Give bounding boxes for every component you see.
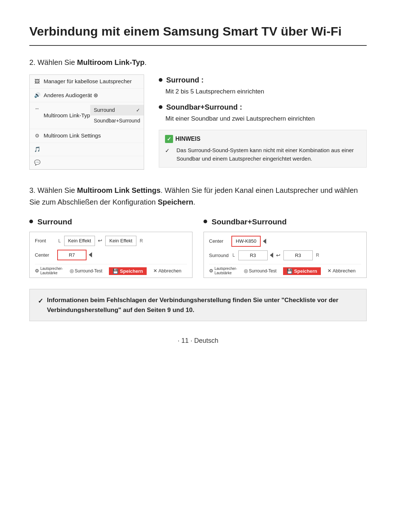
sb-center-tri [263, 239, 266, 244]
sb-center-row: Center HW-K850 [209, 236, 361, 247]
sb-speaker-icon: ⚙ [209, 267, 213, 275]
speaker-icon: ⚙ [35, 267, 39, 275]
audio-icon: 🔊 [33, 91, 41, 99]
hinweis-box: ✓ HINWEIS ✓ Das Surround-Sound-System ka… [159, 130, 367, 168]
sb-arrow: ↩ [276, 252, 280, 259]
cancel-tool[interactable]: ✕ Abbrechen [153, 267, 182, 275]
hinweis-title: ✓ HINWEIS [165, 135, 360, 143]
menu-row-music: 🎵 [30, 143, 144, 156]
surround-panel-title: Surround [29, 216, 192, 228]
menu-row-audio: 🔊 Anderes Audiogerät ⊛ [30, 89, 144, 103]
cancel-label: Abbrechen [158, 267, 182, 275]
save-icon: 💾 [113, 268, 118, 274]
sb-speaker-label: Lautsprecher-Lautstärke [214, 267, 237, 275]
sb-test-icon: ◎ [244, 267, 248, 275]
front-left-box[interactable]: Kein Effekt [64, 236, 95, 246]
sb-speaker-tool[interactable]: ⚙ Lautsprecher-Lautstärke [209, 267, 237, 275]
bottom-note: ✓ Informationen beim Fehlschlagen der Ve… [29, 289, 367, 321]
speaker-tool[interactable]: ⚙ Lautsprecher-Lautstärke [35, 267, 63, 275]
submenu-surround[interactable]: Surround ✓ [90, 105, 144, 115]
option-soundbar: Soundbar+Surround : Mit einer Soundbar u… [159, 102, 367, 124]
sb-surround-label: Surround [209, 252, 229, 259]
submenu-soundbar-label: Soundbar+Surround [94, 117, 140, 125]
surround-dot [159, 78, 162, 82]
test-label: Surround-Test [75, 268, 102, 274]
manager-icon: 🖼 [33, 78, 41, 85]
step3-panels: Surround Front L Kein Effekt ↩ Kein Effe… [29, 216, 367, 278]
submenu-surround-label: Surround [94, 106, 115, 114]
surround-desc: Mit 2 bis 5 Lautsprechern einrichten [165, 87, 367, 96]
menu-row-linktyp[interactable]: ↔ Multiroom Link-Typ Surround ✓ Soundbar… [30, 102, 144, 129]
sb-surround-l: L [232, 252, 235, 258]
soundbar-title: Soundbar+Surround : [159, 102, 367, 113]
center-row: Center R7 [35, 250, 187, 261]
front-l: L [58, 238, 61, 244]
music-icon: 🎵 [33, 146, 41, 153]
sb-surround-right-box[interactable]: R3 [283, 250, 313, 261]
menu-row-settings[interactable]: ⚙ Multiroom Link Settings [30, 129, 144, 143]
surround-panel-dot [29, 220, 33, 223]
sb-cancel-tool[interactable]: ✕ Abbrechen [327, 267, 356, 275]
sb-test-label: Surround-Test [249, 268, 276, 274]
page-number: · 11 · Deutsch [177, 337, 218, 344]
step2-right: Surround : Mit 2 bis 5 Lautsprechern ein… [159, 74, 367, 170]
center-label: Center [35, 252, 55, 259]
surround-check: ✓ [136, 107, 140, 114]
sb-save-label: Speichern [294, 268, 317, 274]
chat-icon: 💬 [33, 159, 41, 166]
panel-surround: Surround Front L Kein Effekt ↩ Kein Effe… [29, 216, 192, 278]
test-icon: ◎ [70, 267, 74, 275]
sb-surround-r: R [316, 252, 319, 258]
front-right-box[interactable]: Kein Effekt [105, 236, 136, 246]
sb-surround-row: Surround L R3 ↩ R3 R [209, 250, 361, 261]
hinweis-content: ✓ Das Surround-Sound-System kann nicht m… [165, 146, 360, 163]
manager-label: Manager für kabellose Lautsprecher [44, 77, 140, 86]
sb-surround-left-box[interactable]: R3 [238, 250, 268, 261]
submenu-soundbar[interactable]: Soundbar+Surround [90, 115, 144, 126]
linktyp-icon: ↔ [33, 105, 41, 113]
save-button[interactable]: 💾 Speichern [109, 267, 147, 275]
menu-row-manager: 🖼 Manager für kabellose Lautsprecher [30, 75, 144, 89]
settings-label: Multiroom Link Settings [44, 132, 140, 140]
center-box[interactable]: R7 [57, 250, 87, 261]
hinweis-text: Das Surround-Sound-System kann nicht mit… [176, 146, 360, 163]
sb-center-box[interactable]: HW-K850 [231, 236, 261, 247]
test-tool[interactable]: ◎ Surround-Test [70, 267, 102, 275]
sb-save-icon: 💾 [287, 268, 293, 274]
menu-row-chat: 💬 [30, 156, 144, 169]
front-label: Front [35, 237, 55, 245]
cancel-x: ✕ [153, 267, 157, 275]
hinweis-check: ✓ [165, 147, 170, 155]
settings-icon: ⚙ [33, 132, 41, 140]
sb-test-tool[interactable]: ◎ Surround-Test [244, 267, 276, 275]
step3-intro: 3. Wählen Sie Multiroom Link Settings. W… [29, 184, 367, 208]
linktyp-label: Multiroom Link-Typ [44, 111, 90, 120]
front-row: Front L Kein Effekt ↩ Kein Effekt R [35, 236, 187, 246]
save-label: Speichern [120, 268, 143, 274]
sb-tri-left [270, 253, 273, 258]
soundbar-dot [159, 105, 162, 109]
step2-content: 🖼 Manager für kabellose Lautsprecher 🔊 A… [29, 74, 367, 170]
sb-cancel-x: ✕ [327, 267, 331, 275]
soundbar-panel-title: Soundbar+Surround [203, 216, 367, 228]
menu-panel: 🖼 Manager für kabellose Lautsprecher 🔊 A… [29, 74, 144, 170]
sb-cancel-label: Abbrechen [333, 267, 356, 275]
speaker-label: Lautsprecher-Lautstärke [40, 267, 63, 275]
linktyp-submenu: Surround ✓ Soundbar+Surround [90, 105, 144, 126]
page-footer: · 11 · Deutsch [29, 336, 367, 346]
option-surround: Surround : Mit 2 bis 5 Lautsprechern ein… [159, 74, 367, 96]
soundbar-toolbar: ⚙ Lautsprecher-Lautstärke ◎ Surround-Tes… [209, 264, 361, 275]
surround-settings-panel: Front L Kein Effekt ↩ Kein Effekt R Cent… [29, 232, 192, 278]
step2-intro: 2. Wählen Sie Multiroom Link-Typ. [29, 57, 367, 68]
audio-label: Anderes Audiogerät ⊛ [44, 91, 140, 100]
bottom-check-icon: ✓ [38, 296, 43, 307]
sb-save-button[interactable]: 💾 Speichern [283, 267, 321, 275]
sb-center-label: Center [209, 238, 229, 245]
hinweis-icon: ✓ [165, 135, 173, 143]
bottom-note-text: Informationen beim Fehlschlagen der Verb… [47, 295, 358, 315]
soundbar-settings-panel: Center HW-K850 Surround L R3 ↩ R3 R ⚙ La… [203, 232, 367, 278]
surround-title: Surround : [159, 74, 367, 85]
soundbar-desc: Mit einer Soundbar und zwei Lautsprecher… [165, 114, 367, 124]
front-arrow: ↩ [98, 237, 102, 245]
center-tri-left [89, 252, 92, 257]
